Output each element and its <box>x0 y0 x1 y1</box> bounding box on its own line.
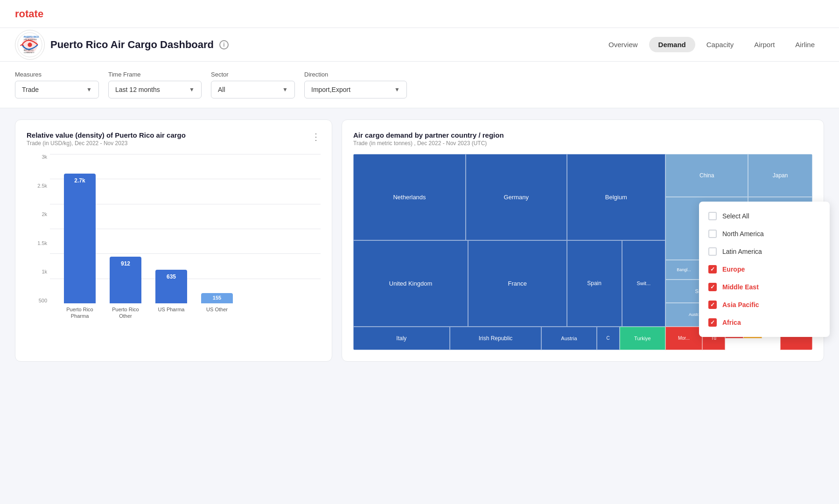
treemap-title: Air cargo demand by partner country / re… <box>353 131 504 139</box>
nav-capacity[interactable]: Capacity <box>697 37 743 52</box>
checkbox-africa[interactable] <box>708 318 717 327</box>
dropdown-label-europe: Europe <box>722 266 745 273</box>
nav-overview[interactable]: Overview <box>599 37 647 52</box>
treemap-cell-austria: Austria <box>541 327 596 350</box>
sector-label: Sector <box>211 71 295 78</box>
nav-airline[interactable]: Airline <box>786 37 824 52</box>
dropdown-item-middle-east[interactable]: Middle East <box>699 278 830 296</box>
x-label-us-pharma: US Pharma <box>155 306 187 313</box>
y-axis: 3k 2.5k 2k 1.5k 1k 500 <box>27 154 47 303</box>
treemap-cell-spain: Spain <box>567 240 622 327</box>
timeframe-arrow: ▼ <box>189 86 195 93</box>
sector-dropdown[interactable]: All ▼ <box>211 81 295 98</box>
treemap-subtitle: Trade (in metric tonnes) , Dec 2022 - No… <box>353 140 504 147</box>
y-label-3k: 3k <box>42 154 47 160</box>
treemap-cell-netherlands: Netherlands <box>353 154 466 240</box>
logo: rotate <box>15 8 43 20</box>
checkbox-middle-east[interactable] <box>708 283 717 291</box>
info-icon[interactable]: i <box>219 40 229 49</box>
dropdown-item-latin-america[interactable]: Latin America <box>699 243 830 260</box>
dropdown-label-middle-east: Middle East <box>722 283 759 291</box>
treemap-cell-germany: Germany <box>466 154 566 240</box>
bar-pr-pharma: 2.7k <box>64 174 96 303</box>
treemap-title-group: Air cargo demand by partner country / re… <box>353 131 504 147</box>
treemap-cell-japan: Japan <box>748 154 812 197</box>
sector-arrow: ▼ <box>282 86 288 93</box>
checkbox-asia-pacific[interactable] <box>708 301 717 309</box>
y-label-2-5k: 2.5k <box>37 183 47 189</box>
treemap-cell-uk: United Kingdom <box>353 240 468 327</box>
svg-text:COMMUNITY: COMMUNITY <box>24 51 35 53</box>
org-logo: PUERTO RICO LIFE SCIENCES AIR CARGO COMM… <box>15 30 45 60</box>
measures-arrow: ▼ <box>86 86 92 93</box>
direction-value: Import,Export <box>311 86 350 93</box>
x-axis: Puerto RicoPharma Puerto RicoOther US Ph… <box>50 303 321 322</box>
sector-filter: Sector All ▼ <box>211 71 295 98</box>
y-label-1k: 1k <box>42 269 47 274</box>
timeframe-label: Time Frame <box>108 71 202 78</box>
svg-text:LIFE SCIENCES: LIFE SCIENCES <box>24 38 37 40</box>
y-label-2k: 2k <box>42 211 47 217</box>
dropdown-item-africa[interactable]: Africa <box>699 314 830 331</box>
bar-chart-area: 3k 2.5k 2k 1.5k 1k 500 <box>27 154 321 322</box>
bar-group-pr-other: 912 <box>110 257 141 303</box>
treemap-header: Air cargo demand by partner country / re… <box>353 131 812 147</box>
checkbox-select-all[interactable] <box>708 212 717 220</box>
dropdown-label-africa: Africa <box>722 319 741 326</box>
treemap-cell-irish-republic: Irish Republic <box>450 327 542 350</box>
filters-bar: Measures Trade ▼ Time Frame Last 12 mont… <box>0 62 839 108</box>
svg-text:AIR CARGO: AIR CARGO <box>24 49 34 51</box>
nav-airport[interactable]: Airport <box>745 37 784 52</box>
dropdown-item-asia-pacific[interactable]: Asia Pacific <box>699 296 830 314</box>
timeframe-value: Last 12 months <box>115 86 160 93</box>
dropdown-item-select-all[interactable]: Select All <box>699 207 830 225</box>
treemap-cell-china: China <box>665 154 748 197</box>
timeframe-filter: Time Frame Last 12 months ▼ <box>108 71 202 98</box>
treemap-cell-france: France <box>468 240 567 327</box>
nav-demand[interactable]: Demand <box>649 37 695 52</box>
treemap-cell-italy: Italy <box>353 327 450 350</box>
direction-dropdown[interactable]: Import,Export ▼ <box>304 81 407 98</box>
direction-label: Direction <box>304 71 407 78</box>
treemap-cell-belgium: Belgium <box>567 154 666 240</box>
treemap-cell-mor: Mor... <box>665 327 702 350</box>
bars-container: 2.7k 912 635 155 <box>50 154 321 303</box>
dropdown-item-europe[interactable]: Europe <box>699 260 830 278</box>
logo-black: rotat <box>15 8 38 20</box>
direction-filter: Direction Import,Export ▼ <box>304 71 407 98</box>
bar-us-other: 155 <box>201 293 233 303</box>
bar-chart-title: Relative value (density) of Puerto Rico … <box>27 131 186 139</box>
bar-group-pr-pharma: 2.7k <box>64 174 96 303</box>
measures-dropdown[interactable]: Trade ▼ <box>15 81 99 98</box>
x-label-pr-other: Puerto RicoOther <box>110 306 141 320</box>
x-label-pr-pharma: Puerto RicoPharma <box>64 306 96 320</box>
bar-chart-menu[interactable]: ⋮ <box>311 131 321 142</box>
main-nav: Overview Demand Capacity Airport Airline <box>599 37 824 52</box>
checkbox-europe[interactable] <box>708 265 717 273</box>
measures-value: Trade <box>22 86 39 93</box>
measures-filter: Measures Trade ▼ <box>15 71 99 98</box>
bar-chart-card: Relative value (density) of Puerto Rico … <box>15 119 332 362</box>
bar-pr-other: 912 <box>110 257 141 303</box>
region-dropdown-overlay: Select All North America Latin America E… <box>699 202 830 337</box>
y-label-1-5k: 1.5k <box>37 240 47 246</box>
svg-text:PUERTO RICO: PUERTO RICO <box>24 36 39 38</box>
main-content: Relative value (density) of Puerto Rico … <box>0 108 839 373</box>
treemap-cell-c: C <box>597 327 620 350</box>
checkbox-latin-america[interactable] <box>708 247 717 256</box>
y-label-500: 500 <box>39 298 47 303</box>
sector-value: All <box>218 86 225 93</box>
timeframe-dropdown[interactable]: Last 12 months ▼ <box>108 81 202 98</box>
bar-chart-header: Relative value (density) of Puerto Rico … <box>27 131 321 147</box>
page-title: Puerto Rico Air Cargo Dashboard <box>50 39 214 51</box>
svg-point-2 <box>28 42 32 47</box>
treemap-cell-turkiye: Turkiye <box>620 327 665 350</box>
dropdown-item-north-america[interactable]: North America <box>699 225 830 243</box>
top-header: rotate <box>0 0 839 28</box>
title-area: PUERTO RICO LIFE SCIENCES AIR CARGO COMM… <box>15 30 229 60</box>
dropdown-label-asia-pacific: Asia Pacific <box>722 301 759 308</box>
treemap-cell-bangl: Bangl... <box>665 260 702 280</box>
dropdown-label-north-america: North America <box>722 230 764 238</box>
checkbox-north-america[interactable] <box>708 230 717 238</box>
bar-chart-title-group: Relative value (density) of Puerto Rico … <box>27 131 186 147</box>
